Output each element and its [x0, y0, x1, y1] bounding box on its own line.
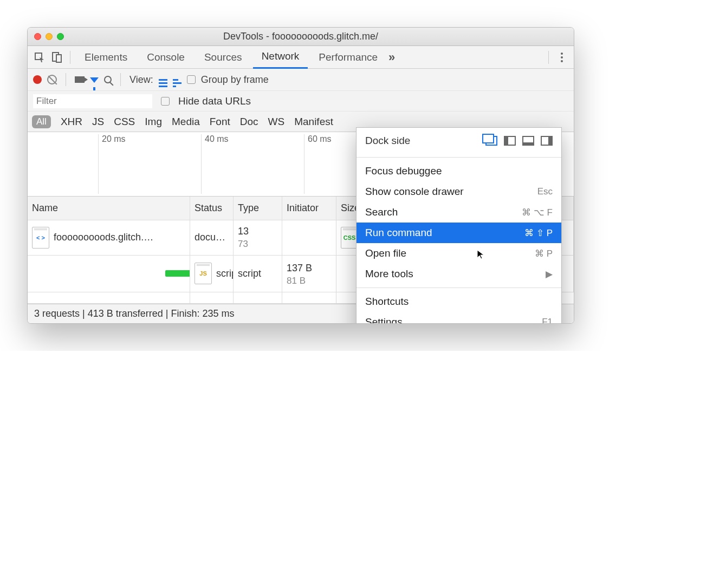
filter-toggle-icon[interactable] [90, 74, 99, 86]
dock-side-label: Dock side [365, 135, 479, 147]
dock-left-icon[interactable] [504, 136, 516, 146]
tab-network[interactable]: Network [253, 46, 308, 69]
filter-media[interactable]: Media [172, 116, 200, 128]
menu-item[interactable]: Focus debuggee [356, 161, 561, 181]
menu-item[interactable]: Search⌘ ⌥ F [356, 202, 561, 223]
menu-item[interactable]: Run command⌘ ⇧ P [356, 223, 561, 243]
window-title: DevTools - fooooooooods.glitch.me/ [28, 31, 574, 42]
col-status[interactable]: Status [190, 197, 234, 220]
col-type[interactable]: Type [234, 197, 282, 220]
overflow-menu-button[interactable] [554, 50, 569, 65]
more-tabs-icon[interactable]: » [388, 50, 395, 64]
cell-name[interactable]: JSscript.js [190, 256, 234, 292]
menu-item[interactable]: Show console drawerEsc [356, 181, 561, 202]
col-initiator[interactable]: Initiator [282, 197, 336, 220]
filter-css[interactable]: CSS [114, 116, 135, 128]
device-toggle-icon[interactable] [49, 50, 64, 65]
cell-size: 1373 [234, 220, 282, 256]
dock-right-icon[interactable] [541, 136, 553, 146]
filter-input[interactable] [33, 94, 152, 108]
search-icon[interactable] [104, 76, 112, 83]
menu-item[interactable]: SettingsF1 [356, 312, 561, 324]
filter-manifest[interactable]: Manifest [294, 116, 333, 128]
overflow-menu: Dock side Focus debuggeeShow console dra… [356, 127, 562, 324]
tab-elements[interactable]: Elements [76, 46, 136, 69]
record-button[interactable] [33, 75, 42, 84]
cell-type: docu… [190, 220, 234, 256]
main-tabs: Elements Console Sources Network Perform… [28, 46, 574, 69]
view-label: View: [129, 74, 153, 86]
menu-item[interactable]: More tools▶ [356, 264, 561, 284]
filter-bar: Hide data URLs [28, 90, 574, 111]
filter-xhr[interactable]: XHR [61, 116, 82, 128]
network-toolbar: View: Group by frame [28, 69, 574, 90]
svg-rect-2 [56, 55, 61, 62]
cell-waterfall [282, 220, 336, 256]
waterfall-view-icon[interactable] [173, 72, 182, 87]
cell-type: script [234, 256, 282, 292]
file-type-icon: < > [32, 227, 49, 249]
clear-button[interactable] [47, 75, 57, 84]
menu-item[interactable]: Shortcuts [356, 291, 561, 312]
devtools-window: DevTools - fooooooooods.glitch.me/ Eleme… [27, 27, 574, 324]
hide-data-urls-label: Hide data URLs [178, 95, 251, 107]
filter-ws[interactable]: WS [268, 116, 285, 128]
cell-waterfall [28, 256, 190, 292]
cell-name[interactable]: < >fooooooooods.glitch.… [28, 220, 190, 256]
hide-data-urls-checkbox[interactable] [161, 97, 170, 106]
titlebar: DevTools - fooooooooods.glitch.me/ [28, 28, 574, 46]
timeline-tick: 60 ms [304, 134, 332, 194]
dock-undock-icon[interactable] [485, 136, 497, 146]
col-name[interactable]: Name [28, 197, 190, 220]
tab-console[interactable]: Console [138, 46, 193, 69]
tab-performance[interactable]: Performance [310, 46, 386, 69]
timeline-tick: 20 ms [98, 134, 126, 194]
filter-all[interactable]: All [32, 115, 51, 128]
screenshot-icon[interactable] [75, 76, 85, 83]
tab-sources[interactable]: Sources [196, 46, 251, 69]
cell-size: 137 B81 B [282, 256, 336, 292]
group-by-frame-label: Group by frame [201, 74, 269, 86]
filter-font[interactable]: Font [210, 116, 230, 128]
dock-bottom-icon[interactable] [522, 136, 534, 146]
filter-doc[interactable]: Doc [240, 116, 258, 128]
timeline-tick: 40 ms [201, 134, 229, 194]
menu-item[interactable]: Open file⌘ P [356, 243, 561, 264]
filter-img[interactable]: Img [145, 116, 162, 128]
inspect-element-icon[interactable] [32, 50, 47, 65]
group-by-frame-checkbox[interactable] [187, 75, 196, 84]
large-rows-icon[interactable] [159, 72, 167, 87]
filter-js[interactable]: JS [92, 116, 104, 128]
file-type-icon: JS [195, 263, 212, 284]
mouse-cursor-icon [476, 249, 487, 260]
